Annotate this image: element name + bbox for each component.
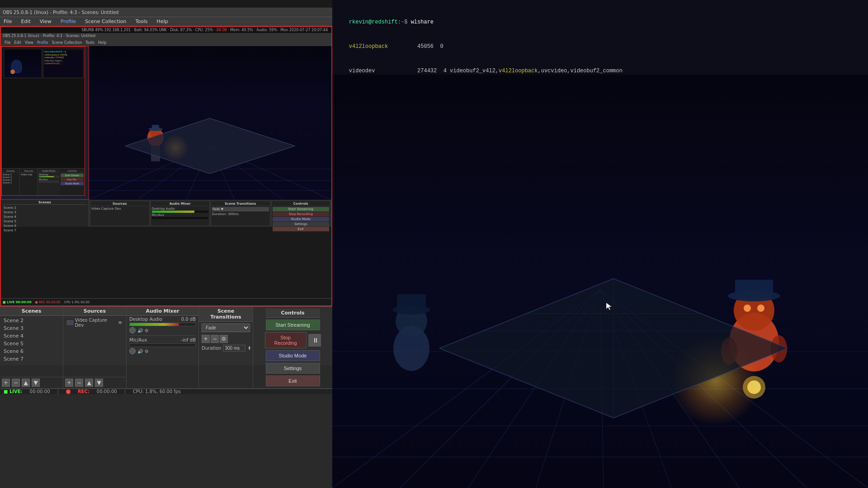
inner-obs-titlebar: OBS 25.0.8-1 (linux) - Profile: 4:3 - Sc… xyxy=(1,33,331,40)
mic-settings-icon[interactable]: ⚙ xyxy=(145,349,149,354)
mic-aux-bar xyxy=(129,343,196,347)
desktop-mute-icon[interactable]: 🔊 xyxy=(137,328,143,333)
source-name: Video Capture Dev xyxy=(75,318,116,328)
inner-cpu: CPU 1.9% 60.00 xyxy=(64,300,90,304)
transition-toolbar: + − ⚙ xyxy=(199,334,253,344)
duration-input[interactable] xyxy=(223,345,245,352)
obs-statusbar: ■ LIVE: 00:00:00 | REC: 00:00:00 | CPU: … xyxy=(0,389,332,394)
scenes-add-btn[interactable]: + xyxy=(2,379,10,387)
audio-mixer-header: Audio Mixer xyxy=(127,307,198,316)
terminal-line-2: v4l2loopback 45056 0 xyxy=(336,34,864,59)
desktop-settings-icon[interactable]: ⚙ xyxy=(145,328,149,333)
rec-time: 00:00:00 xyxy=(97,389,117,394)
desktop-audio-controls: 🔊 ⚙ xyxy=(129,327,196,333)
cpu-status: CPU: 1.8%, 60.00 fps xyxy=(133,389,181,394)
source-monitor-icon xyxy=(67,320,73,325)
game-scene-large xyxy=(332,75,868,488)
studio-mode-button[interactable]: Studio Mode xyxy=(266,350,320,361)
scenes-list: Scene 2 Scene 3 Scene 4 Scene 5 Scene 6 … xyxy=(0,316,63,377)
live-time: 00:00:00 xyxy=(30,389,50,394)
obs-menubar[interactable]: File Edit View Profile Scene Collection … xyxy=(0,17,332,26)
inner-bottom-panels: Scenes Scene 2 Scene 3 Scene 4 Scene 5 S… xyxy=(1,200,331,227)
source-item-video-capture[interactable]: Video Capture Dev 👁 xyxy=(63,317,126,328)
obs-bottom: Scenes Scene 2 Scene 3 Scene 4 Scene 5 S… xyxy=(0,306,332,365)
scenes-up-btn[interactable]: ▲ xyxy=(22,379,30,387)
desktop-volume-knob[interactable] xyxy=(129,327,136,333)
mic-mute-icon[interactable]: 🔊 xyxy=(137,349,143,354)
desktop-audio-fill xyxy=(130,323,179,326)
panels-row: Scenes Scene 2 Scene 3 Scene 4 Scene 5 S… xyxy=(0,307,332,389)
inner-obs-title: OBS 25.0.8-1 (linux) - Profile: 4:3 - Sc… xyxy=(3,34,95,38)
mic-aux-level: -inf dB xyxy=(181,338,196,343)
terminal-line-1: rkevin@redshift:~$ wlshare xyxy=(336,10,864,34)
desktop-audio-label: Desktop Audio 0.0 dB xyxy=(129,317,196,322)
pause-recording-button[interactable]: ⏸ xyxy=(308,334,321,347)
mic-aux-track: Mic/Aux -inf dB 🔊 ⚙ xyxy=(127,337,198,355)
mic-aux-label: Mic/Aux -inf dB xyxy=(129,338,196,343)
inner-right-panel xyxy=(89,46,331,200)
controls-panel: Controls Start Streaming Stop Recording … xyxy=(253,307,332,388)
inner-scenes-sub: Scenes Scene 2 Scene 3 Scene 4 Scene 5 S… xyxy=(1,200,89,227)
inner-nested-obs: rkevin@redshift:~$ v4l2loopback 45056 vi… xyxy=(1,47,85,196)
scene-item-4[interactable]: Scene 4 xyxy=(0,332,63,340)
menu-tools[interactable]: Tools xyxy=(134,19,150,24)
inner-sources: Sources Video Capture Dev xyxy=(90,201,150,226)
exit-button[interactable]: Exit xyxy=(266,375,320,386)
scene-item-3[interactable]: Scene 3 xyxy=(0,324,63,332)
menu-view[interactable]: View xyxy=(38,19,53,24)
desktop-audio-level: 0.0 dB xyxy=(181,317,196,322)
record-row: Stop Recording ⏸ xyxy=(265,332,321,348)
source-eye-icon[interactable]: 👁 xyxy=(118,320,123,325)
rec-label: REC: xyxy=(78,389,90,394)
live-indicator: ■ LIVE: xyxy=(4,389,23,394)
sources-header: Sources xyxy=(63,307,126,316)
menu-help[interactable]: Help xyxy=(155,19,170,24)
transition-remove-btn[interactable]: − xyxy=(211,335,219,343)
transition-add-btn[interactable]: + xyxy=(202,335,210,343)
controls-header: Controls xyxy=(266,309,320,318)
sources-list: Video Capture Dev 👁 xyxy=(63,316,126,377)
start-streaming-button[interactable]: Start Streaming xyxy=(266,319,320,330)
duration-spinner[interactable]: ⬆ xyxy=(247,346,251,351)
scenes-remove-btn[interactable]: − xyxy=(12,379,20,387)
inner-rec-indicator: ● REC 00:20:05 xyxy=(35,300,61,304)
svg-rect-42 xyxy=(397,294,426,311)
scenes-down-btn[interactable]: ▼ xyxy=(32,379,40,387)
menu-edit[interactable]: Edit xyxy=(19,19,32,24)
inner-obs-menu: File Edit View Profile Scene Collection … xyxy=(1,40,331,46)
mic-aux-controls: 🔊 ⚙ xyxy=(129,348,196,354)
obs-preview: SBURB 49% 192.168.1.201 · Batt: 94.03% U… xyxy=(0,26,332,306)
rec-dot xyxy=(66,389,71,394)
sources-down-btn[interactable]: ▼ xyxy=(95,379,103,387)
sources-remove-btn[interactable]: − xyxy=(75,379,83,387)
desktop-audio-bar xyxy=(129,323,196,326)
scenes-panel: Scenes Scene 2 Scene 3 Scene 4 Scene 5 S… xyxy=(0,307,63,388)
desktop-audio-name: Desktop Audio xyxy=(129,317,162,322)
settings-button[interactable]: Settings xyxy=(266,363,320,374)
mouse-cursor xyxy=(605,302,614,311)
sources-add-btn[interactable]: + xyxy=(65,379,73,387)
stop-recording-button[interactable]: Stop Recording xyxy=(265,332,307,348)
mic-aux-name: Mic/Aux xyxy=(129,338,147,343)
duration-row: Duration ⬆ xyxy=(199,344,253,352)
menu-scene-collection[interactable]: Scene Collection xyxy=(83,19,128,24)
scene-item-2[interactable]: Scene 2 xyxy=(0,317,63,324)
sources-up-btn[interactable]: ▲ xyxy=(85,379,93,387)
sources-panel: Sources Video Capture Dev 👁 + − ▲ ▼ xyxy=(63,307,127,388)
transition-settings-btn[interactable]: ⚙ xyxy=(220,335,228,343)
scenes-header: Scenes xyxy=(0,307,63,316)
menu-file[interactable]: File xyxy=(2,19,14,24)
mic-volume-knob[interactable] xyxy=(129,348,136,354)
scene-item-5[interactable]: Scene 5 xyxy=(0,340,63,347)
inner-controls: Controls Start Streaming Stop Recording … xyxy=(271,201,331,226)
scene-item-6[interactable]: Scene 6 xyxy=(0,347,63,355)
scene-transitions-panel: Scene Transitions Fade Cut Swipe + − ⚙ D… xyxy=(199,307,253,388)
scene-transitions-header: Scene Transitions xyxy=(199,307,253,322)
inner-audio: Audio Mixer Desktop Audio Mic/Aux xyxy=(151,201,210,226)
transition-select[interactable]: Fade Cut Swipe xyxy=(202,324,250,332)
scenes-toolbar: + − ▲ ▼ xyxy=(0,377,63,388)
scene-item-7[interactable]: Scene 7 xyxy=(0,355,63,363)
inner-status-text: SBURB 49% 192.168.1.201 · Batt: 94.03% U… xyxy=(81,28,328,32)
inner-top-bar: SBURB 49% 192.168.1.201 · Batt: 94.03% U… xyxy=(1,27,331,33)
menu-profile[interactable]: Profile xyxy=(59,19,78,24)
